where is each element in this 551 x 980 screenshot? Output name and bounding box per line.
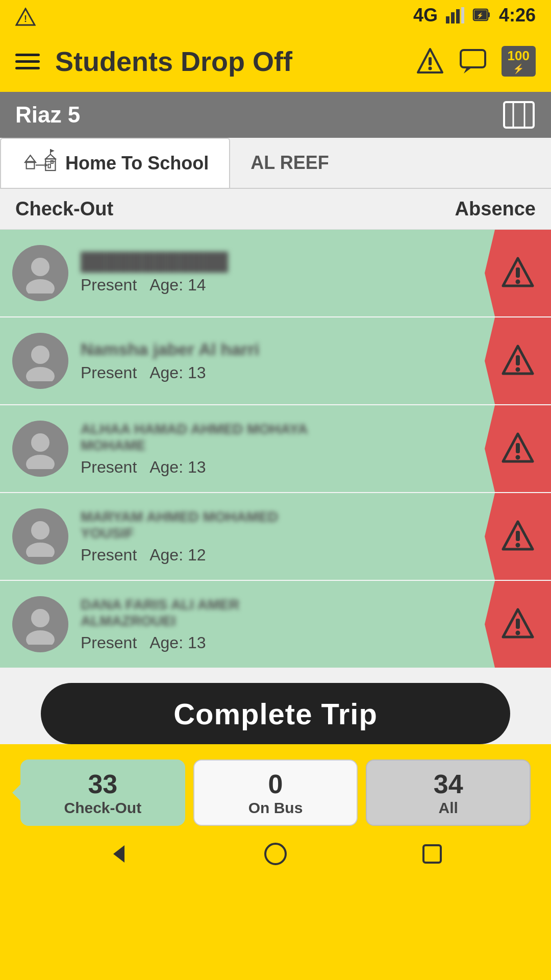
header: Students Drop Off 100 ⚡ xyxy=(0,31,551,92)
avatar xyxy=(12,245,68,301)
home-to-school-icon xyxy=(21,145,57,181)
all-stat-button[interactable]: 34 All xyxy=(366,760,531,826)
alert-button[interactable] xyxy=(416,47,444,76)
absence-button[interactable] xyxy=(485,405,551,492)
recents-icon xyxy=(419,841,445,867)
absence-warning-icon xyxy=(500,255,536,291)
svg-point-38 xyxy=(516,368,520,372)
recents-button[interactable] xyxy=(419,841,445,872)
svg-rect-37 xyxy=(516,355,520,365)
absence-column-header: Absence xyxy=(455,198,536,220)
absence-warning-icon xyxy=(500,606,536,642)
all-count: 34 xyxy=(434,769,463,799)
svg-point-34 xyxy=(31,346,49,364)
student-info: ALHAA HAMAD AHMED MOHAYAMOHAME Present A… xyxy=(81,421,485,477)
battery-icon: ⚡ xyxy=(472,7,491,23)
svg-rect-42 xyxy=(516,443,520,453)
svg-rect-47 xyxy=(516,531,520,541)
svg-marker-54 xyxy=(113,845,124,863)
home-button[interactable] xyxy=(263,841,288,872)
page-title: Students Drop Off xyxy=(55,45,400,77)
svg-rect-52 xyxy=(516,619,520,629)
svg-point-39 xyxy=(31,433,49,452)
student-info: ████████████ Present Age: 14 xyxy=(81,252,485,295)
status-right: 4G ⚡ 4:26 xyxy=(413,5,536,26)
home-icon xyxy=(263,841,288,867)
header-actions: 100 ⚡ xyxy=(416,46,536,77)
complete-trip-button[interactable]: Complete Trip xyxy=(41,683,510,744)
score-badge: 100 ⚡ xyxy=(502,46,536,77)
student-info: DANA FARIS ALI AMERALMAZROUEI Present Ag… xyxy=(81,597,485,652)
bottom-navigation xyxy=(0,831,551,882)
svg-point-43 xyxy=(516,455,520,460)
network-label: 4G xyxy=(413,5,438,26)
table-row: ████████████ Present Age: 14 xyxy=(0,230,551,316)
warning-indicator: ! xyxy=(15,8,36,28)
avatar-icon xyxy=(20,428,61,469)
svg-rect-32 xyxy=(516,267,520,278)
onbus-stat-button[interactable]: 0 On Bus xyxy=(193,760,358,826)
tab-home-to-school-label: Home To School xyxy=(65,153,209,174)
svg-marker-26 xyxy=(45,155,55,159)
student-info: MARYAM AHMED MOHAMEDYOUSIF Present Age: … xyxy=(81,509,485,565)
lightning-icon: ⚡ xyxy=(508,64,530,75)
absence-button[interactable] xyxy=(485,230,551,316)
student-name: Namsha jaber Al harri xyxy=(81,339,485,359)
tab-al-reef[interactable]: AL REEF xyxy=(230,152,349,174)
route-bar: Riaz 5 xyxy=(0,92,551,138)
avatar xyxy=(12,421,68,477)
absence-warning-icon xyxy=(500,343,536,379)
score-value: 100 xyxy=(508,48,530,64)
menu-button[interactable] xyxy=(15,54,40,69)
absence-button[interactable] xyxy=(485,493,551,580)
svg-point-30 xyxy=(26,279,55,293)
avatar-icon xyxy=(20,516,61,557)
student-name: ████████████ xyxy=(81,252,485,272)
route-name: Riaz 5 xyxy=(15,102,80,128)
absence-warning-icon xyxy=(500,519,536,554)
svg-rect-3 xyxy=(451,12,455,23)
svg-point-45 xyxy=(26,543,55,557)
svg-point-40 xyxy=(26,455,55,469)
table-row: Namsha jaber Al harri Present Age: 13 xyxy=(0,317,551,404)
student-list: ████████████ Present Age: 14 Nams xyxy=(0,230,551,668)
tab-bar: Home To School AL REEF xyxy=(0,138,551,189)
checkout-label: Check-Out xyxy=(64,799,141,817)
status-bar: ! 4G ⚡ 4:26 xyxy=(0,0,551,31)
student-meta: Present Age: 14 xyxy=(81,276,485,295)
checkout-count: 33 xyxy=(88,769,117,799)
avatar-icon xyxy=(20,604,61,645)
map-icon xyxy=(502,98,536,132)
avatar xyxy=(12,333,68,389)
tab-home-to-school[interactable]: Home To School xyxy=(0,138,230,188)
avatar xyxy=(12,508,68,565)
map-button[interactable] xyxy=(502,98,536,132)
avatar xyxy=(12,596,68,652)
svg-point-35 xyxy=(26,367,55,381)
svg-rect-56 xyxy=(423,845,441,863)
svg-rect-2 xyxy=(446,16,449,23)
back-button[interactable] xyxy=(106,841,132,872)
checkout-stat-button[interactable]: 33 Check-Out xyxy=(20,760,185,826)
onbus-label: On Bus xyxy=(248,799,303,817)
svg-rect-23 xyxy=(48,164,51,168)
student-meta: Present Age: 13 xyxy=(81,363,485,382)
student-name: MARYAM AHMED MOHAMEDYOUSIF xyxy=(81,509,485,542)
absence-button[interactable] xyxy=(485,581,551,668)
table-row: ALHAA HAMAD AHMED MOHAYAMOHAME Present A… xyxy=(0,405,551,492)
svg-point-12 xyxy=(428,67,432,70)
checkout-column-header: Check-Out xyxy=(15,198,113,220)
svg-marker-28 xyxy=(51,149,55,153)
svg-rect-15 xyxy=(504,102,534,128)
svg-rect-5 xyxy=(461,7,464,23)
all-label: All xyxy=(439,799,458,817)
svg-rect-13 xyxy=(461,50,485,67)
absence-button[interactable] xyxy=(485,317,551,404)
student-name: DANA FARIS ALI AMERALMAZROUEI xyxy=(81,597,485,629)
chat-button[interactable] xyxy=(459,47,487,76)
svg-point-50 xyxy=(26,630,55,645)
avatar-icon xyxy=(20,253,61,293)
student-meta: Present Age: 13 xyxy=(81,458,485,477)
svg-text:!: ! xyxy=(24,14,27,24)
chat-icon xyxy=(459,47,487,76)
